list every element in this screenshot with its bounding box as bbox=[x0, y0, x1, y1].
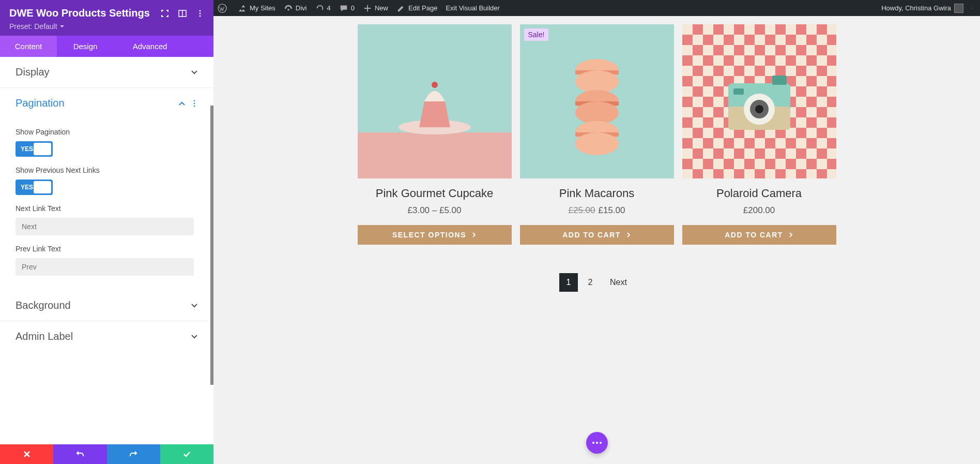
section-display[interactable]: Display bbox=[0, 57, 213, 88]
show-prev-next-label: Show Previous Next Links bbox=[16, 166, 198, 174]
section-background[interactable]: Background bbox=[0, 290, 213, 321]
panel-body: Display Pagination Show Pagination YES S… bbox=[0, 57, 213, 444]
toggle-yes-label: YES bbox=[16, 145, 33, 153]
section-pagination-body: Show Pagination YES Show Previous Next L… bbox=[0, 128, 213, 290]
add-to-cart-button[interactable]: ADD TO CART bbox=[520, 225, 674, 245]
gauge-icon bbox=[284, 4, 293, 13]
tab-content[interactable]: Content bbox=[0, 36, 57, 57]
svg-point-26 bbox=[755, 105, 763, 113]
kebab-icon[interactable] bbox=[191, 100, 198, 107]
new-label: New bbox=[375, 4, 388, 12]
product-image[interactable] bbox=[682, 24, 836, 178]
section-pagination-title: Pagination bbox=[16, 97, 178, 109]
redo-button[interactable] bbox=[107, 444, 160, 464]
svg-point-12 bbox=[432, 82, 438, 88]
prev-link-text-input[interactable] bbox=[16, 258, 194, 276]
close-icon bbox=[23, 450, 31, 458]
undo-button[interactable] bbox=[53, 444, 106, 464]
search-toggle[interactable] bbox=[968, 0, 980, 16]
select-options-button[interactable]: SELECT OPTIONS bbox=[358, 225, 512, 245]
wordpress-icon bbox=[218, 4, 227, 13]
product-price: £3.00 – £5.00 bbox=[358, 205, 512, 216]
tab-design[interactable]: Design bbox=[57, 36, 114, 57]
chevron-right-icon bbox=[626, 232, 631, 237]
price-old: £25.00 bbox=[569, 205, 595, 215]
svg-point-21 bbox=[575, 132, 619, 155]
chevron-down-icon bbox=[191, 69, 198, 76]
preset-label: Preset: Default bbox=[9, 22, 57, 31]
wp-logo[interactable] bbox=[213, 0, 234, 16]
preset-selector[interactable]: Preset: Default bbox=[9, 22, 204, 31]
divi-link[interactable]: Divi bbox=[280, 0, 311, 16]
toggle-knob bbox=[34, 143, 51, 155]
edit-page-link[interactable]: Edit Page bbox=[392, 0, 441, 16]
kebab-icon[interactable] bbox=[196, 9, 204, 18]
exit-builder-link[interactable]: Exit Visual Builder bbox=[441, 0, 504, 16]
wp-admin-bar: My Sites Divi 4 0 New Edit Page Exit Vis… bbox=[213, 0, 980, 16]
prev-link-text-label: Prev Link Text bbox=[16, 245, 198, 253]
product-title: Polaroid Camera bbox=[682, 187, 836, 200]
svg-point-7 bbox=[200, 15, 201, 17]
product-card: Sale! Pink Macarons £25.00£15.00 ADD TO … bbox=[520, 24, 674, 245]
svg-point-2 bbox=[972, 7, 973, 8]
section-admin-label-title: Admin Label bbox=[16, 331, 191, 342]
updates-count: 4 bbox=[327, 4, 331, 12]
panel-footer bbox=[0, 444, 213, 464]
pagination: 1 2 Next bbox=[213, 273, 980, 292]
show-prev-next-toggle[interactable]: YES bbox=[16, 179, 53, 195]
howdy-label: Howdy, Christina Gwira bbox=[881, 4, 951, 12]
page-2[interactable]: 2 bbox=[581, 273, 600, 292]
save-button[interactable] bbox=[160, 444, 213, 464]
product-image[interactable] bbox=[358, 24, 512, 178]
sites-icon bbox=[238, 4, 247, 13]
product-button-label: SELECT OPTIONS bbox=[392, 231, 466, 239]
section-display-title: Display bbox=[16, 66, 191, 78]
svg-point-18 bbox=[575, 101, 619, 124]
camera-illustration bbox=[713, 55, 806, 148]
show-pagination-label: Show Pagination bbox=[16, 128, 198, 136]
page-1[interactable]: 1 bbox=[559, 273, 578, 292]
section-admin-label[interactable]: Admin Label bbox=[0, 321, 213, 352]
dots-icon bbox=[592, 442, 602, 444]
new-link[interactable]: New bbox=[359, 0, 392, 16]
product-card: Polaroid Camera £200.00 ADD TO CART bbox=[682, 24, 836, 245]
tab-advanced[interactable]: Advanced bbox=[114, 36, 186, 57]
svg-point-1 bbox=[287, 8, 289, 10]
caret-down-icon bbox=[59, 24, 65, 29]
page-next[interactable]: Next bbox=[603, 273, 634, 292]
edit-page-label: Edit Page bbox=[408, 4, 437, 12]
svg-point-9 bbox=[194, 102, 195, 104]
chevron-right-icon bbox=[471, 232, 477, 237]
comments-link[interactable]: 0 bbox=[335, 0, 359, 16]
show-pagination-toggle[interactable]: YES bbox=[16, 141, 53, 157]
product-image[interactable]: Sale! bbox=[520, 24, 674, 178]
section-pagination[interactable]: Pagination bbox=[0, 88, 213, 118]
refresh-icon bbox=[315, 4, 325, 13]
product-button-label: ADD TO CART bbox=[725, 231, 783, 239]
chevron-down-icon bbox=[191, 302, 198, 309]
product-card: Pink Gourmet Cupcake £3.00 – £5.00 SELEC… bbox=[358, 24, 512, 245]
columns-icon[interactable] bbox=[178, 9, 187, 18]
expand-icon[interactable] bbox=[161, 9, 169, 18]
my-sites-link[interactable]: My Sites bbox=[234, 0, 280, 16]
toggle-yes-label: YES bbox=[16, 184, 33, 191]
builder-fab[interactable] bbox=[586, 432, 608, 454]
sale-badge: Sale! bbox=[524, 28, 549, 41]
updates-link[interactable]: 4 bbox=[311, 0, 335, 16]
cancel-button[interactable] bbox=[0, 444, 53, 464]
next-link-text-input[interactable] bbox=[16, 218, 194, 235]
redo-icon bbox=[129, 450, 137, 458]
chevron-up-icon bbox=[178, 100, 186, 107]
svg-point-0 bbox=[218, 4, 226, 12]
svg-rect-28 bbox=[733, 88, 744, 95]
preview-area: Pink Gourmet Cupcake £3.00 – £5.00 SELEC… bbox=[213, 16, 980, 464]
divi-label: Divi bbox=[296, 4, 307, 12]
next-link-text-label: Next Link Text bbox=[16, 204, 198, 213]
howdy-link[interactable]: Howdy, Christina Gwira bbox=[877, 0, 968, 16]
chevron-right-icon bbox=[788, 232, 793, 237]
pencil-icon bbox=[396, 4, 406, 13]
svg-point-5 bbox=[200, 10, 201, 11]
panel-title: DWE Woo Products Settings bbox=[9, 7, 161, 19]
add-to-cart-button[interactable]: ADD TO CART bbox=[682, 225, 836, 245]
toggle-knob bbox=[34, 181, 51, 193]
